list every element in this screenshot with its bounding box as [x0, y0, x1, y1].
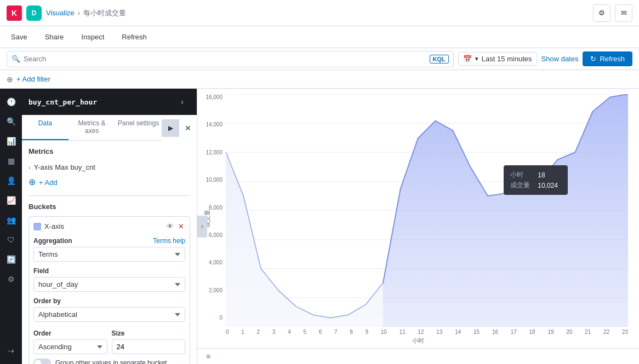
bucket-header: X-axis 👁 ✕ [33, 221, 185, 232]
y-axis: 16,000 14,000 12,000 10,000 8,000 6,000 … [197, 94, 225, 321]
chart-collapse-btn[interactable]: › [197, 216, 207, 238]
terms-help-link[interactable]: Terms help [153, 237, 185, 245]
size-input[interactable] [112, 339, 186, 354]
refresh-icon: ↻ [590, 55, 596, 63]
search-input[interactable] [24, 55, 426, 63]
sidebar-item-grid[interactable]: ▦ [2, 152, 20, 170]
settings-icon-btn[interactable]: ⚙ [593, 4, 611, 22]
close-button[interactable]: ✕ [179, 119, 197, 137]
chart-bottom-bar: ≡ [197, 348, 639, 364]
share-button[interactable]: Share [41, 31, 69, 43]
x-label-8: 8 [350, 329, 353, 335]
buckets-title: Buckets [28, 203, 190, 211]
add-button[interactable]: ⊕ + Add [28, 176, 58, 189]
panel-content: Metrics › Y-axis Max buy_cnt ⊕ + Add Buc… [22, 141, 197, 364]
calendar-icon: 📅 [463, 55, 472, 63]
mail-icon-btn[interactable]: ✉ [615, 4, 632, 22]
breadcrumb-parent[interactable]: Visualize [46, 9, 75, 17]
toggle1-label: Group other values in separate bucket [55, 359, 167, 364]
tab-data[interactable]: Data [22, 115, 69, 140]
y-label-12000: 12,000 [206, 149, 222, 155]
order-col: Order Ascending [33, 324, 107, 354]
metric-chevron-icon: › [28, 164, 31, 171]
y-label-10000: 10,000 [206, 177, 222, 183]
order-by-select[interactable]: Alphabetical [33, 307, 185, 322]
order-label: Order [33, 330, 107, 337]
order-select[interactable]: Ascending [33, 339, 107, 354]
x-label-7: 7 [334, 329, 338, 335]
y-label-2000: 2,000 [209, 287, 222, 293]
svg-point-9 [537, 177, 544, 184]
field-select[interactable]: hour_of_day [33, 277, 185, 292]
delete-icon-btn[interactable]: ✕ [177, 221, 185, 232]
sidebar-item-chart[interactable]: 📊 [2, 132, 20, 150]
tab-metrics-axes[interactable]: Metrics & axes [69, 115, 115, 140]
panel-collapse-btn[interactable]: ‹ [174, 93, 190, 111]
sidebar-item-refresh[interactable]: 🔄 [2, 251, 20, 268]
x-label-4: 4 [288, 329, 291, 335]
x-label-12: 12 [418, 329, 424, 335]
aggregation-select[interactable]: Terms [33, 247, 185, 262]
refresh-main-button[interactable]: ↻ Refresh [583, 51, 632, 66]
x-label-18: 18 [529, 329, 535, 335]
x-label-5: 5 [303, 329, 306, 335]
x-label-16: 16 [492, 329, 498, 335]
sidebar-item-users[interactable]: 👥 [2, 211, 20, 229]
sidebar-item-clock[interactable]: 🕐 [2, 93, 20, 111]
bucket-item: X-axis 👁 ✕ Aggregation Terms help Terms … [28, 216, 190, 364]
second-toolbar: Save Share Inspect Refresh [0, 26, 639, 48]
top-nav: K D Visualize › 每小时成交量 ⚙ ✉ [0, 0, 639, 26]
x-label-11: 11 [400, 329, 406, 335]
size-col: Size [112, 324, 186, 354]
show-dates-button[interactable]: Show dates [541, 55, 579, 63]
toggle1-knob [35, 360, 41, 364]
sidebar-item-shield[interactable]: 🛡 [2, 231, 20, 249]
x-label-21: 21 [585, 329, 591, 335]
time-range-picker[interactable]: 📅 ▼ Last 15 minutes [458, 52, 537, 66]
x-label-13: 13 [436, 329, 442, 335]
chart-area: › 16,000 14,000 12,000 10,000 8,000 6,00… [197, 89, 639, 364]
panel-title-bar: buy_cnt_per_hour ‹ [22, 89, 197, 115]
sidebar-item-settings[interactable]: ⚙ [2, 270, 20, 288]
order-by-label: Order by [33, 297, 185, 305]
field-label: Field [33, 267, 185, 275]
x-label-9: 9 [366, 329, 369, 335]
toggle1-row: Group other values in separate bucket [33, 359, 185, 364]
left-panel: buy_cnt_per_hour ‹ Data Metrics & axes P… [22, 89, 197, 364]
eye-icon-btn[interactable]: 👁 [166, 221, 175, 232]
sidebar-item-expand[interactable]: ⇢ [2, 342, 20, 360]
x-axis-labels: 0 1 2 3 4 5 6 7 8 9 10 11 12 13 14 15 16… [226, 329, 628, 335]
x-axis-title: 小时 [412, 337, 424, 345]
bucket-actions: 👁 ✕ [166, 221, 185, 232]
sidebar-item-search[interactable]: 🔍 [2, 113, 20, 130]
y-label-6000: 6,000 [209, 232, 222, 238]
sidebar-item-analytics[interactable]: 📈 [2, 192, 20, 209]
panel-tabs-container: Data Metrics & axes Panel settings ▶ ✕ [22, 115, 197, 141]
x-label-3: 3 [272, 329, 276, 335]
sidebar-item-person[interactable]: 👤 [2, 172, 20, 189]
y-label-16000: 16,000 [206, 94, 222, 100]
x-label-10: 10 [381, 329, 387, 335]
x-label-17: 17 [511, 329, 517, 335]
toggle1[interactable] [33, 359, 51, 364]
run-button[interactable]: ▶ [162, 119, 179, 137]
metrics-title: Metrics [28, 147, 190, 155]
add-filter-button[interactable]: + Add filter [16, 75, 50, 83]
x-label-20: 20 [566, 329, 572, 335]
inspect-button[interactable]: Inspect [77, 31, 109, 43]
kql-badge[interactable]: KQL [430, 55, 449, 63]
tab-panel-settings[interactable]: Panel settings [115, 115, 162, 140]
top-nav-icons: ⚙ ✉ [593, 4, 632, 22]
y-label-0: 0 [219, 315, 222, 321]
panel-tabs: Data Metrics & axes Panel settings [22, 115, 162, 141]
save-button[interactable]: Save [7, 31, 32, 43]
legend-icon-btn[interactable]: ≡ [204, 351, 213, 362]
x-label-1: 1 [241, 329, 244, 335]
kibana-logo: K [7, 5, 22, 21]
refresh-button[interactable]: Refresh [117, 31, 151, 43]
chart-wrapper: 16,000 14,000 12,000 10,000 8,000 6,000 … [197, 89, 639, 348]
x-label-15: 15 [473, 329, 480, 335]
size-label: Size [112, 330, 186, 337]
breadcrumb-separator: › [78, 9, 80, 17]
panel-title: buy_cnt_per_hour [28, 98, 97, 106]
